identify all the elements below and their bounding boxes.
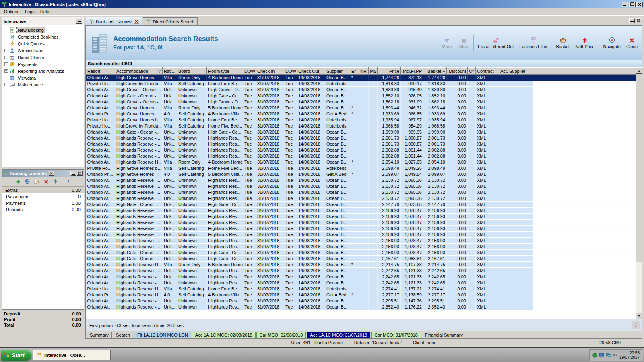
- booking-row-refunds[interactable]: Refunds0.00: [2, 206, 84, 213]
- result-row[interactable]: Orlando Ar...Highlands Reserve -...Unk..…: [86, 135, 636, 141]
- result-row[interactable]: Orlando Ar...High Grove - Ocean -...Unk.…: [86, 99, 636, 105]
- menu-logs[interactable]: Logs: [22, 8, 37, 15]
- column-header-of[interactable]: Of: [468, 68, 476, 75]
- result-row[interactable]: Orlando Ar...Highlands Reserve -...Unk..…: [86, 183, 636, 189]
- result-row[interactable]: Orlando Ar...Highlands Reserve -...Unk..…: [86, 220, 636, 226]
- minimize-button[interactable]: [622, 2, 628, 7]
- column-header-price[interactable]: Price: [378, 68, 401, 75]
- volume-icon[interactable]: [613, 353, 617, 358]
- result-row[interactable]: Orlando Ar...Highlands Reserve -...Unk..…: [86, 238, 636, 244]
- column-header-act-supplier[interactable]: Act. Supplier: [499, 68, 533, 75]
- column-header-basket[interactable]: Basket: [423, 68, 447, 75]
- sidebar-item-viewdata[interactable]: Viewdata: [2, 74, 84, 81]
- collapse-panel-button[interactable]: [76, 19, 82, 24]
- bottom-tab-car-mco-02-08-2018[interactable]: Car MCO; 02/08/2018: [256, 332, 306, 338]
- sidebar-item-payments[interactable]: +$Payments: [2, 61, 84, 68]
- expand-plus-icon[interactable]: +: [4, 49, 8, 52]
- column-header-check-out[interactable]: Check Out: [297, 68, 325, 75]
- result-row[interactable]: Orlando Ar...Highlands Reserve H...Villa…: [86, 159, 636, 165]
- result-row[interactable]: Orlando Ar...Highlands Reserve -...Unk..…: [86, 232, 636, 238]
- sidebar-item-maintenance[interactable]: +Maintenance: [2, 81, 84, 88]
- result-row[interactable]: Orlando Ar...High Gate - Ocean -...Unk..…: [86, 250, 636, 256]
- column-header-er[interactable]: Er: [350, 68, 359, 75]
- tab-direct-clients-search[interactable]: Direct Clients Search: [143, 17, 198, 25]
- result-row[interactable]: Orlando Ar...Highlands Reserve -...Unk..…: [86, 195, 636, 202]
- result-row[interactable]: Private Ho...HighGrove by Florida...Vill…: [86, 123, 636, 129]
- expand-plus-icon[interactable]: +: [4, 56, 8, 59]
- export-button[interactable]: [34, 179, 40, 184]
- delete-item-button[interactable]: [44, 179, 49, 184]
- bottom-tab-financial-summary[interactable]: Financial Summary: [422, 332, 466, 338]
- result-row[interactable]: Orlando Ar...Highlands Reserve -...Unk..…: [86, 274, 636, 280]
- column-header-dow[interactable]: DOW: [243, 68, 256, 75]
- result-row[interactable]: Private Ho...High Grove Homes b...VillaS…: [86, 165, 636, 171]
- result-row[interactable]: Orlando Ar...Highlands Reserve -...Unk..…: [86, 153, 636, 159]
- result-row[interactable]: Orlando Ar...High Grove HomesVillaRoom O…: [86, 105, 636, 111]
- column-header-ms[interactable]: MS: [369, 68, 378, 75]
- sidebar-item-new-booking[interactable]: New Booking: [2, 27, 84, 33]
- result-row[interactable]: Orlando Ar...Highlands Reserve -...Unk..…: [86, 214, 636, 220]
- bottom-tab-flt-1a-1c-lon-mco-lon[interactable]: Flt 1A,1C LON MCO LON: [134, 332, 191, 338]
- bottom-tab-search[interactable]: Search: [113, 332, 133, 338]
- toolbar-facilities-filter-button[interactable]: Facilities Filter: [516, 36, 550, 50]
- column-header-check-in[interactable]: Check In: [256, 68, 284, 75]
- maximize-button[interactable]: [629, 2, 636, 7]
- taskbar-app-button[interactable]: Interactive - Ocea...: [33, 350, 111, 360]
- sidebar-item-administrator[interactable]: +Administrator: [2, 47, 84, 54]
- column-header-discount[interactable]: Discount: [447, 68, 468, 75]
- result-row[interactable]: Orlando Ar...Highlands Reserve -...Unk..…: [86, 226, 636, 232]
- start-button[interactable]: Start: [1, 350, 31, 361]
- bottom-tab-car-mco-31-07-2018[interactable]: Car MCO; 31/07/2018: [371, 332, 421, 338]
- result-row[interactable]: Orlando Ar...Highlands Reserve -...Unk..…: [86, 208, 636, 214]
- result-row[interactable]: Orlando Ar...Highlands Reserve -...Unk..…: [86, 244, 636, 250]
- network-icon[interactable]: [606, 353, 611, 358]
- booking-info-button[interactable]: i: [66, 179, 70, 184]
- column-header-room-type[interactable]: Room type: [207, 68, 243, 75]
- toolbar-basket-button[interactable]: Basket: [553, 36, 573, 50]
- result-row[interactable]: Private Ho...High Grove Homes b...VillaS…: [86, 117, 636, 123]
- menu-options[interactable]: Options: [1, 8, 22, 15]
- column-header-rati[interactable]: Rati...: [163, 68, 177, 75]
- menu-help[interactable]: Help: [37, 8, 52, 15]
- child-restore-button[interactable]: [636, 18, 641, 23]
- result-row[interactable]: Orlando Ar...High Gate - Ocean -...Unk..…: [86, 129, 636, 135]
- result-row[interactable]: Orlando Ar...High Grove - Ocean -...Unk.…: [86, 87, 636, 93]
- tab-close-icon[interactable]: [134, 19, 139, 24]
- column-header-accommodation[interactable]: Accommodation: [115, 68, 163, 75]
- result-row[interactable]: Orlando Ar...High Gate - Ocean -...Unk..…: [86, 93, 636, 99]
- result-row[interactable]: Orlando Pri...Highlands Reserve H...4.0S…: [86, 292, 636, 298]
- vertical-scrollbar[interactable]: ▲ ▼: [636, 67, 642, 319]
- column-header-incl-fl-pp[interactable]: Incl.Fl.PP: [401, 68, 423, 75]
- column-header-nr[interactable]: NR: [359, 68, 369, 75]
- booking-panel-minimize-button[interactable]: [70, 171, 76, 176]
- column-header-dow[interactable]: DOW: [284, 68, 297, 75]
- result-row[interactable]: Orlando Ar...Highlands Reserve -...Unk..…: [86, 304, 636, 310]
- move-up-button[interactable]: [53, 179, 58, 184]
- info-button[interactable]: i: [632, 321, 640, 329]
- booking-row-payments[interactable]: Payments0.00: [2, 200, 84, 206]
- booking-panel-float-button[interactable]: [77, 171, 83, 176]
- booking-panel-close-icon[interactable]: [49, 171, 54, 176]
- close-button[interactable]: [636, 2, 643, 7]
- tray-clock[interactable]: 20:58 19/07/2017: [619, 351, 640, 360]
- column-header-contract[interactable]: Contract: [476, 68, 499, 75]
- scroll-up-icon[interactable]: ▲: [636, 67, 642, 74]
- sidebar-item-direct-clients[interactable]: +Direct Clients: [2, 54, 84, 61]
- result-row[interactable]: Private Ho...Highlands Reserve H...Villa…: [86, 286, 636, 292]
- scrollbar-thumb[interactable]: [636, 74, 642, 262]
- scrollbar-track[interactable]: [636, 74, 642, 313]
- booking-row-extras[interactable]: Extras0.00: [2, 187, 84, 193]
- result-row[interactable]: Orlando Ar...High Grove HomesVillaRoom O…: [86, 75, 636, 81]
- column-header-resort[interactable]: Resort: [86, 68, 115, 75]
- bottom-tab-acc-1a-1c-mco-31-07-2018[interactable]: Acc 1A,1C MCO; 31/07/2018: [307, 332, 370, 338]
- child-minimize-button[interactable]: [629, 18, 635, 23]
- bottom-tab-acc-1a-1c-mco-02-08-2018[interactable]: Acc 1A,1C MCO; 02/08/2018: [192, 332, 256, 338]
- toolbar-close-button[interactable]: Close: [623, 36, 640, 50]
- result-row[interactable]: Orlando Ar...Highlands Reserve -...Unk..…: [86, 141, 636, 147]
- sidebar-item-reporting-and-analytics[interactable]: +Reporting and Analytics: [2, 68, 84, 74]
- display-icon[interactable]: [599, 353, 604, 358]
- result-row[interactable]: Orlando Ar...High Gate - Ocean -...Unk..…: [86, 256, 636, 262]
- expand-plus-icon[interactable]: +: [4, 69, 8, 73]
- tab-book-ref-none[interactable]: Book. ref.: <none>: [86, 17, 142, 25]
- column-header-supplier[interactable]: Supplier: [325, 68, 350, 75]
